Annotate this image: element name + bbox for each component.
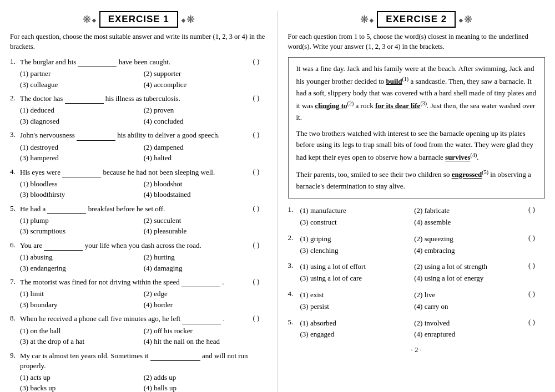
ex2-q4-num: 4.: [288, 289, 300, 298]
ex2-q5-num: 5.: [288, 318, 300, 327]
q1-bracket: ( ): [251, 57, 268, 66]
ex2-q4-options: (1) exist (2) live (3) persist (4) carry…: [300, 289, 529, 313]
q8-options: (1) on the ball (2) off his rocker (3) a…: [20, 325, 268, 347]
q5-text: He had a breakfast before he set off.: [20, 204, 251, 214]
q5-blank: [47, 207, 86, 214]
exercise1-title: EXERCISE 1: [99, 11, 178, 28]
ex2-q1-num: 1.: [288, 205, 300, 214]
build-num: (1): [402, 76, 409, 82]
ex2-q5-opt3: (3) engaged: [300, 329, 415, 340]
ex2-q5-bracket: ( ): [528, 318, 545, 327]
q5-bracket: ( ): [251, 204, 268, 213]
q4-blank: [62, 170, 101, 177]
clinging-num: (2): [347, 100, 354, 106]
q3-bracket: ( ): [251, 130, 268, 139]
q6-num: 6.: [10, 241, 20, 250]
q2-line: 2. The doctor has his illness as tubercu…: [10, 94, 268, 104]
q7-text: The motorist was fined for not driving w…: [20, 277, 251, 287]
q1-line: 1. The burglar and his have been caught.…: [10, 57, 268, 67]
ex2-q3-opt2: (2) using a lot of strength: [414, 261, 528, 273]
q8-opt1: (1) on the ball: [20, 325, 144, 337]
q8-line: 8. When he received a phone call five mi…: [10, 314, 268, 324]
q1-opt2: (2) supporter: [144, 68, 268, 79]
q6-blank: [44, 243, 83, 251]
q4-opt1: (1) bloodless: [20, 179, 144, 190]
q3-num: 3.: [10, 130, 20, 139]
q4-opt2: (2) bloodshot: [144, 179, 268, 190]
q5-opt4: (4) pleasurable: [144, 226, 268, 237]
exercise1-title-row: ❋⬥ EXERCISE 1 ⬥❋: [10, 11, 268, 28]
passage-p1: It was a fine day. Jack and his family w…: [296, 63, 537, 124]
ex2-page-num: · 2 ·: [288, 345, 546, 354]
q5-line: 5. He had a breakfast before he set off.…: [10, 204, 268, 214]
q6-text: You are your life when you dash across t…: [20, 241, 251, 251]
q3-line: 3. John's nervousness his ability to del…: [10, 130, 268, 140]
ex2-q5-options: (1) absorbed (2) involved (3) engaged (4…: [300, 318, 529, 341]
exercise2-column: ❋⬥ EXERCISE 2 ⬥❋ For each question from …: [278, 6, 556, 392]
q3-options: (1) destroyed (2) dampened (3) hampered …: [20, 142, 268, 164]
deco2-right-icon: ⬥❋: [458, 13, 472, 26]
exercise1-instructions: For each question, choose the most suita…: [10, 32, 268, 52]
q7-opt2: (2) edge: [144, 288, 268, 299]
q1-num: 1.: [10, 57, 20, 66]
passage-box: It was a fine day. Jack and his family w…: [288, 57, 546, 198]
q7-block: 7. The motorist was fined for not drivin…: [10, 277, 268, 310]
deco-right-icon: ⬥❋: [180, 13, 195, 26]
exercise1-column: ❋⬥ EXERCISE 1 ⬥❋ For each question, choo…: [0, 6, 278, 392]
q4-opt4: (4) bloodstained: [144, 189, 268, 200]
ex2-q2-num: 2.: [288, 233, 300, 242]
q2-num: 2.: [10, 94, 20, 103]
page-container: ❋⬥ EXERCISE 1 ⬥❋ For each question, choo…: [0, 0, 555, 392]
q6-options: (1) abusing (2) hurting (3) endangering …: [20, 252, 268, 273]
ex2-q4-opt4: (4) carry on: [414, 301, 528, 313]
q9-block: 9. My car is almost ten years old. Somet…: [10, 351, 268, 393]
q6-opt4: (4) damaging: [144, 263, 268, 274]
q8-opt2: (2) off his rocker: [144, 325, 268, 337]
q6-block: 6. You are your life when you dash acros…: [10, 241, 268, 273]
ex2-q1-opt2: (2) fabricate: [414, 205, 528, 217]
q9-line: 9. My car is almost ten years old. Somet…: [10, 351, 268, 371]
dear-num: (3): [420, 100, 427, 106]
q2-opt2: (2) proven: [144, 105, 268, 116]
q6-opt2: (2) hurting: [144, 252, 268, 263]
q8-bracket: ( ): [251, 314, 268, 323]
q9-blank: [150, 354, 200, 361]
q3-opt3: (3) hampered: [20, 152, 144, 164]
exercise2-title-row: ❋⬥ EXERCISE 2 ⬥❋: [288, 11, 546, 28]
q3-opt2: (2) dampened: [144, 142, 268, 153]
q9-text: My car is almost ten years old. Sometime…: [20, 351, 268, 371]
engrossed-num: (5): [482, 169, 488, 175]
q7-opt4: (4) border: [144, 299, 268, 310]
q2-bracket: ( ): [251, 94, 268, 103]
q1-opt3: (3) colleague: [20, 79, 144, 90]
ex2-q1-opt1: (1) manufacture: [300, 205, 415, 217]
ex2-q1-options: (1) manufacture (2) fabricate (3) constr…: [300, 205, 529, 228]
q1-block: 1. The burglar and his have been caught.…: [10, 57, 268, 90]
q2-block: 2. The doctor has his illness as tubercu…: [10, 94, 268, 126]
q7-opt1: (1) limit: [20, 288, 144, 299]
q2-opt3: (3) diagnosed: [20, 116, 144, 127]
q1-blank: [78, 60, 117, 67]
q5-num: 5.: [10, 204, 20, 213]
q1-text: The burglar and his have been caught.: [20, 57, 251, 67]
ex2-q4-opt1: (1) exist: [300, 289, 415, 301]
q5-block: 5. He had a breakfast before he set off.…: [10, 204, 268, 237]
q4-text: His eyes were because he had not been sl…: [20, 167, 251, 177]
q7-options: (1) limit (2) edge (3) boundary (4) bord…: [20, 288, 268, 310]
ex2-q4-opt3: (3) persist: [300, 301, 415, 313]
survives-word: survives: [445, 154, 471, 162]
q4-block: 4. His eyes were because he had not been…: [10, 167, 268, 200]
q9-opt3: (3) backs up: [20, 383, 144, 392]
q9-opt4: (4) balls up: [144, 383, 268, 392]
q1-opt1: (1) partner: [20, 68, 144, 79]
ex2-q3-options: (1) using a lot of effort (2) using a lo…: [300, 261, 529, 284]
ex2-q4-block: 4. (1) exist (2) live (3) persist (4) ca…: [288, 289, 546, 313]
q9-options: (1) acts up (2) adds up (3) backs up (4)…: [20, 372, 268, 392]
ex2-q3-row: 3. (1) using a lot of effort (2) using a…: [288, 261, 546, 284]
ex2-q4-bracket: ( ): [528, 289, 545, 298]
q5-opt1: (1) plump: [20, 215, 144, 226]
q6-opt3: (3) endangering: [20, 263, 144, 274]
ex2-q5-opt1: (1) absorbed: [300, 318, 415, 329]
q2-text: The doctor has his illness as tuberculos…: [20, 94, 251, 104]
ex2-q5-block: 5. (1) absorbed (2) involved (3) engaged…: [288, 318, 546, 341]
